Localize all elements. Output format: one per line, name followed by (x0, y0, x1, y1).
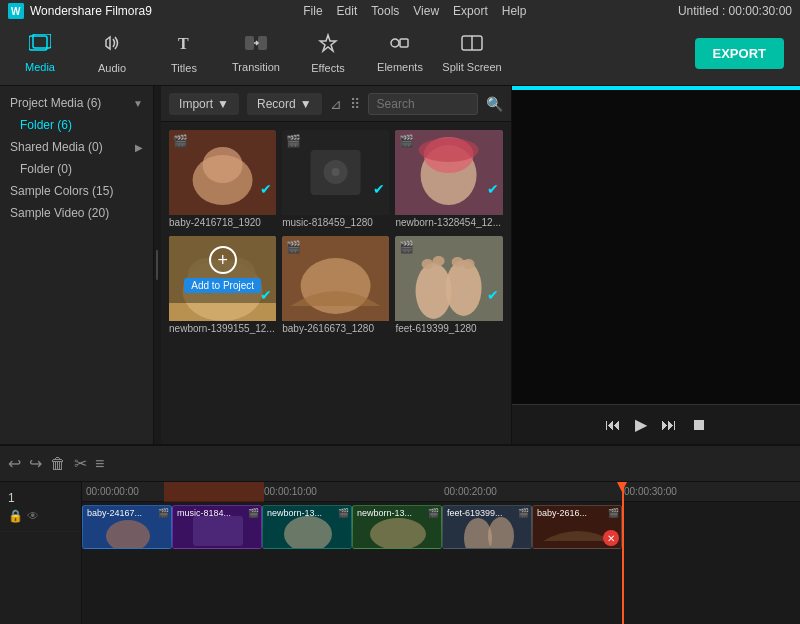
prev-next-button[interactable]: ⏭ (661, 416, 677, 434)
sidebar-sample-video[interactable]: Sample Video (20) (0, 202, 153, 224)
menu-edit[interactable]: Edit (337, 4, 358, 18)
record-label: Record (257, 97, 296, 111)
add-to-project-badge: Add to Project (184, 278, 261, 293)
timeline-toolbar: ↩ ↪ 🗑 ✂ ≡ (0, 446, 800, 482)
content-toolbar: Import ▼ Record ▼ ⊿ ⠿ 🔍 (161, 86, 510, 122)
svg-rect-39 (193, 516, 243, 546)
clip-newborn2[interactable]: newborn-13... 🎬 (352, 505, 442, 549)
elements-icon (389, 34, 411, 57)
media-item-baby2[interactable]: 🎬 baby-2616673_1280 (282, 236, 389, 336)
track-hide-button[interactable]: 👁 (27, 509, 39, 523)
record-button[interactable]: Record ▼ (247, 93, 322, 115)
menu-help[interactable]: Help (502, 4, 527, 18)
sidebar-shared-media[interactable]: Shared Media (0) ▶ (0, 136, 153, 158)
clip-newborn1-label: newborn-13... (267, 508, 322, 518)
ruler-time-10: 00:00:10:00 (264, 486, 317, 497)
svg-point-32 (422, 259, 434, 269)
preview-controls: ⏮ ▶ ⏭ ⏹ (512, 404, 800, 444)
sidebar-folder-label: Folder (6) (20, 118, 72, 132)
sidebar-sample-colors-label: Sample Colors (15) (10, 184, 113, 198)
sidebar-folder-6[interactable]: Folder (6) (0, 114, 153, 136)
menu-file[interactable]: File (303, 4, 322, 18)
track-lock-button[interactable]: 🔒 (8, 509, 23, 523)
svg-point-8 (391, 39, 399, 47)
media-item-label: newborn-1328454_12... (395, 215, 502, 230)
media-item-music1[interactable]: 🎬 ✔ music-818459_1280 (282, 130, 389, 230)
svg-point-22 (419, 138, 479, 162)
media-item-newborn1[interactable]: 🎬 ✔ newborn-1328454_12... (395, 130, 502, 230)
sidebar-shared-folder[interactable]: Folder (0) (0, 158, 153, 180)
delete-button[interactable]: 🗑 (50, 455, 66, 473)
playhead-arrow (617, 482, 627, 492)
check-mark-icon: ✔ (373, 181, 385, 197)
svg-point-14 (203, 147, 243, 183)
menu-tools[interactable]: Tools (371, 4, 399, 18)
undo-button[interactable]: ↩ (8, 454, 21, 473)
svg-point-43 (370, 518, 426, 549)
search-icon[interactable]: 🔍 (486, 96, 503, 112)
ruler-highlight (164, 482, 264, 502)
check-mark-icon: ✔ (260, 181, 272, 197)
media-item-newborn2[interactable]: + Add to Project ✔ newborn-1399155_12... (169, 236, 276, 336)
tl-tracks: baby-24167... 🎬 music-8184... 🎬 (82, 502, 800, 624)
clip-music1[interactable]: music-8184... 🎬 (172, 505, 262, 549)
cut-button[interactable]: ✂ (74, 454, 87, 473)
chevron-right-icon: ▶ (135, 142, 143, 153)
svg-rect-9 (400, 39, 408, 47)
equalizer-button[interactable]: ≡ (95, 455, 104, 473)
toolbar-audio-label: Audio (98, 62, 126, 74)
sidebar: Project Media (6) ▼ Folder (6) Shared Me… (0, 86, 154, 444)
search-input[interactable] (368, 93, 478, 115)
menu-export[interactable]: Export (453, 4, 488, 18)
sidebar-project-media[interactable]: Project Media (6) ▼ (0, 92, 153, 114)
svg-point-35 (463, 259, 475, 269)
svg-text:W: W (11, 6, 21, 17)
clip-baby2[interactable]: baby-2616... 🎬 ✕ (532, 505, 622, 549)
clip-feet1[interactable]: feet-619399... 🎬 (442, 505, 532, 549)
prev-stop-button[interactable]: ⏹ (691, 416, 707, 434)
track-number: 1 (8, 491, 39, 505)
media-item-baby1[interactable]: 🎬 ✔ baby-2416718_1920 (169, 130, 276, 230)
menu-view[interactable]: View (413, 4, 439, 18)
track-label-1: 1 🔒 👁 (0, 482, 81, 532)
sidebar-sample-colors[interactable]: Sample Colors (15) (0, 180, 153, 202)
check-mark-icon: ✔ (487, 181, 499, 197)
playhead-track-line (622, 502, 624, 624)
filter-icon[interactable]: ⊿ (330, 96, 342, 112)
media-icon (29, 34, 51, 57)
sidebar-sample-video-label: Sample Video (20) (10, 206, 109, 220)
clip-baby1[interactable]: baby-24167... 🎬 (82, 505, 172, 549)
toolbar-media[interactable]: Media (4, 24, 76, 84)
chevron-down-icon: ▼ (133, 98, 143, 109)
clip-icon: 🎬 (158, 508, 169, 518)
effects-icon (318, 33, 338, 58)
preview-screen (512, 86, 800, 404)
sidebar-resize-handle[interactable] (154, 86, 161, 444)
toolbar-effects[interactable]: Effects (292, 24, 364, 84)
app-logo: W Wondershare Filmora9 (8, 3, 152, 19)
media-item-feet1[interactable]: 🎬 ✔ feet-619399_1280 (395, 236, 502, 336)
media-type-icon: 🎬 (399, 240, 414, 254)
redo-button[interactable]: ↪ (29, 454, 42, 473)
content-area: Import ▼ Record ▼ ⊿ ⠿ 🔍 (161, 86, 510, 444)
clip-remove-button[interactable]: ✕ (603, 530, 619, 546)
toolbar-elements[interactable]: Elements (364, 24, 436, 84)
import-button[interactable]: Import ▼ (169, 93, 239, 115)
svg-text:T: T (178, 35, 189, 52)
prev-skip-button[interactable]: ⏮ (605, 416, 621, 434)
toolbar-transition[interactable]: Transition (220, 24, 292, 84)
import-chevron-icon: ▼ (217, 97, 229, 111)
toolbar-audio[interactable]: Audio (76, 24, 148, 84)
prev-play-button[interactable]: ▶ (635, 415, 647, 434)
grid-view-icon[interactable]: ⠿ (350, 96, 360, 112)
media-type-icon: 🎬 (286, 240, 301, 254)
export-button[interactable]: EXPORT (695, 38, 784, 69)
main-toolbar: Media Audio T Titles Transition Effects … (0, 22, 800, 86)
clip-baby1-label: baby-24167... (87, 508, 142, 518)
clip-icon: 🎬 (518, 508, 529, 518)
toolbar-splitscreen[interactable]: Split Screen (436, 24, 508, 84)
toolbar-titles[interactable]: T Titles (148, 24, 220, 84)
sidebar-shared-folder-label: Folder (0) (20, 162, 72, 176)
clip-newborn1[interactable]: newborn-13... 🎬 (262, 505, 352, 549)
logo-icon: W (8, 3, 24, 19)
